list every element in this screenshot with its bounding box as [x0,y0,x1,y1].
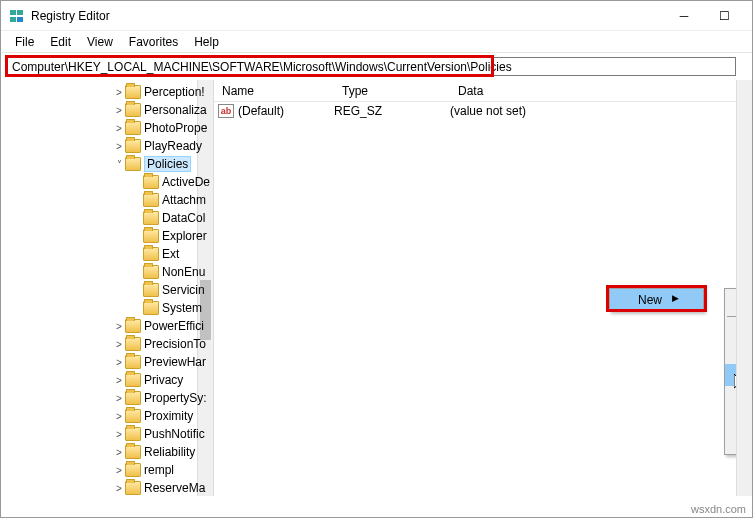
folder-icon [125,445,141,459]
tree-item[interactable]: >Privacy [1,370,214,388]
tree-item-label: PreviewHar [144,355,206,369]
svg-rect-3 [17,17,23,22]
watermark: wsxdn.com [691,503,746,515]
tree-item-label: PropertySy: [144,391,207,405]
list-scrollbar[interactable] [736,80,752,496]
tree-item[interactable]: NonEnu [1,262,214,280]
folder-icon [125,355,141,369]
tree-item-label: PushNotific [144,427,205,441]
tree-item[interactable]: >Proximity [1,406,214,424]
folder-icon [125,319,141,333]
menu-edit[interactable]: Edit [42,33,79,51]
title-bar: Registry Editor ─ ☐ [1,1,752,31]
chevron-icon[interactable]: > [113,375,125,386]
menu-view[interactable]: View [79,33,121,51]
value-name: (Default) [238,104,284,118]
tree-item-label: rempl [144,463,174,477]
tree-item-label: ReserveMa [144,481,205,495]
context-menu-new[interactable]: New▶ [609,288,704,312]
menu-file[interactable]: File [7,33,42,51]
tree-item-label: ActiveDe [162,175,210,189]
chevron-icon[interactable]: > [113,465,125,476]
chevron-icon[interactable]: > [113,411,125,422]
folder-icon [143,283,159,297]
chevron-icon[interactable]: > [113,447,125,458]
tree-item[interactable]: ActiveDe [1,172,214,190]
tree-item-label: Personaliza [144,103,207,117]
col-data[interactable]: Data [450,84,752,98]
col-type[interactable]: Type [334,84,450,98]
chevron-icon[interactable]: > [113,87,125,98]
ctx-new[interactable]: New▶ [610,289,703,311]
tree-item-label: Policies [144,156,191,172]
tree-item[interactable]: >Perception! [1,82,214,100]
chevron-icon[interactable]: > [113,123,125,134]
tree-item-label: Ext [162,247,179,261]
tree-item[interactable]: >PrecisionTo [1,334,214,352]
menu-bar: File Edit View Favorites Help [1,31,752,53]
tree-item-label: Servicin [162,283,205,297]
tree-item-label: System [162,301,202,315]
maximize-button[interactable]: ☐ [704,2,744,30]
tree-item-label: PhotoPrope [144,121,207,135]
chevron-icon[interactable]: > [113,339,125,350]
folder-icon [125,391,141,405]
tree-item[interactable]: >PowerEffici [1,316,214,334]
tree-item[interactable]: >PropertySy: [1,388,214,406]
tree-item-label: Explorer [162,229,207,243]
tree-item-label: Reliability [144,445,195,459]
tree-panel[interactable]: >Perception!>Personaliza>PhotoPrope>Play… [1,80,214,496]
folder-icon [125,373,141,387]
address-bar[interactable] [7,57,736,76]
folder-icon [143,265,159,279]
columns-header: Name Type Data [214,80,752,102]
tree-item[interactable]: DataCol [1,208,214,226]
folder-icon [125,157,141,171]
menu-favorites[interactable]: Favorites [121,33,186,51]
tree-item-label: PrecisionTo [144,337,206,351]
values-panel[interactable]: Name Type Data ab(Default) REG_SZ (value… [214,80,752,496]
minimize-button[interactable]: ─ [664,2,704,30]
chevron-icon[interactable]: > [113,393,125,404]
address-bar-wrap [1,53,752,80]
tree-item[interactable]: Attachm [1,190,214,208]
tree-item-label: PlayReady [144,139,202,153]
tree-item[interactable]: >PlayReady [1,136,214,154]
chevron-icon[interactable]: > [113,483,125,494]
tree-item[interactable]: Servicin [1,280,214,298]
chevron-icon[interactable]: > [113,357,125,368]
chevron-icon[interactable]: > [113,321,125,332]
tree-item[interactable]: >PushNotific [1,424,214,442]
chevron-icon[interactable]: > [113,429,125,440]
tree-item-label: NonEnu [162,265,205,279]
tree-item[interactable]: >rempl [1,460,214,478]
folder-icon [125,103,141,117]
app-icon [9,8,25,24]
folder-icon [125,139,141,153]
tree-item[interactable]: Explorer [1,226,214,244]
table-row[interactable]: ab(Default) REG_SZ (value not set) [214,102,752,120]
menu-help[interactable]: Help [186,33,227,51]
tree-item[interactable]: >Reliability [1,442,214,460]
folder-icon [125,337,141,351]
col-name[interactable]: Name [214,84,334,98]
folder-icon [125,481,141,495]
svg-rect-2 [10,17,16,22]
tree-item-label: Privacy [144,373,183,387]
tree-item[interactable]: >PreviewHar [1,352,214,370]
tree-item-label: DataCol [162,211,205,225]
tree-item[interactable]: Ext [1,244,214,262]
folder-icon [143,301,159,315]
tree-item[interactable]: >Personaliza [1,100,214,118]
folder-icon [143,175,159,189]
folder-icon [125,85,141,99]
chevron-icon[interactable]: ˅ [113,159,125,170]
tree-item[interactable]: ˅Policies [1,154,214,172]
tree-item[interactable]: System [1,298,214,316]
svg-rect-0 [10,10,16,15]
tree-item[interactable]: >ReserveMa [1,478,214,496]
tree-item-label: Attachm [162,193,206,207]
chevron-icon[interactable]: > [113,141,125,152]
chevron-icon[interactable]: > [113,105,125,116]
tree-item[interactable]: >PhotoPrope [1,118,214,136]
